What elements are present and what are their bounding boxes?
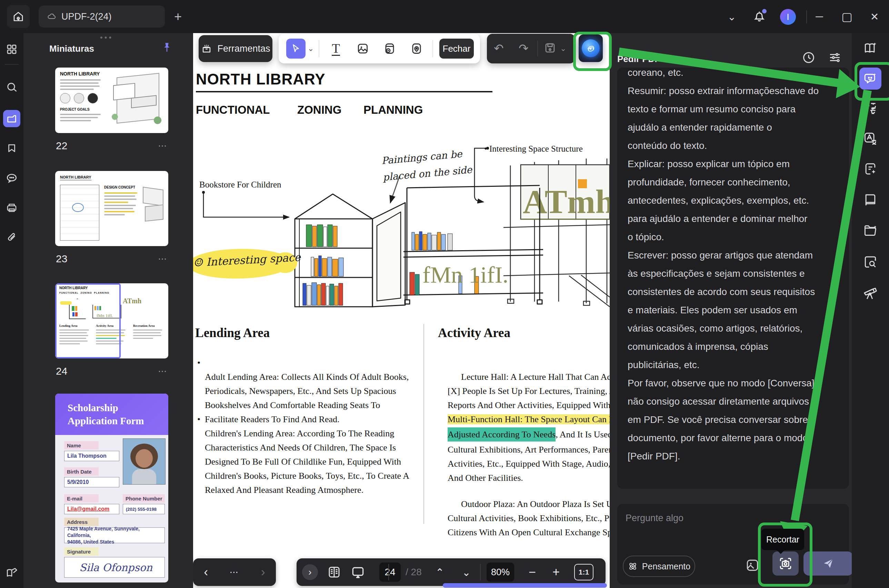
ai-explore-button[interactable]: [862, 285, 878, 301]
thumb23-more-button[interactable]: ⋯: [158, 254, 168, 264]
next-page-button[interactable]: ⌄: [462, 566, 471, 578]
tools-label: Ferramentas: [217, 44, 270, 54]
page-forward-button[interactable]: ›: [261, 565, 265, 579]
bar-divider: [388, 564, 389, 580]
atom-icon: [628, 561, 638, 572]
minimize-button[interactable]: ─: [811, 8, 827, 25]
actual-size-button[interactable]: 1:1: [574, 564, 593, 580]
form-signature-label: Signature: [64, 548, 99, 556]
ai-panel-title: Pedir PDF: [617, 54, 660, 64]
link-tool-button[interactable]: [381, 39, 399, 58]
translate-text-button[interactable]: [862, 100, 878, 116]
sidebar-item-attachments[interactable]: [5, 231, 19, 245]
form-header: Scholarship Application Form: [55, 394, 168, 435]
save-chevron[interactable]: ⌄: [560, 44, 566, 53]
select-tool-button[interactable]: [286, 39, 306, 58]
ai-input-card[interactable]: Pergunte algo Pensamento: [617, 504, 849, 585]
select-tool-chevron[interactable]: ⌄: [308, 44, 314, 53]
ai-chat-button-active[interactable]: [859, 68, 881, 90]
open-book-pen-icon: [5, 566, 18, 579]
undo-button[interactable]: ↶: [494, 41, 504, 55]
translate-page-button[interactable]: [862, 130, 878, 147]
thumb22-subtitle: PROJECT GOALS: [60, 108, 90, 111]
thumb23-subtitle: DESIGN CONCEPT: [104, 185, 135, 189]
crop-tooltip: Recortar: [761, 529, 804, 550]
activity-heading: Activity Area: [438, 326, 511, 340]
sidebar-item-bookmarks[interactable]: [5, 141, 19, 155]
zoom-out-button[interactable]: −: [529, 565, 536, 579]
new-tab-button[interactable]: +: [170, 8, 186, 25]
ai-files-button[interactable]: [862, 223, 878, 239]
expand-bar-button[interactable]: ›: [302, 564, 318, 580]
sidebar-item-apps[interactable]: [5, 42, 19, 56]
pages-icon: [6, 113, 18, 124]
thinking-mode-button[interactable]: Pensamento: [623, 556, 695, 577]
ai-write-button[interactable]: [862, 160, 878, 177]
presentation-button[interactable]: [350, 565, 365, 580]
history-toolbar: ↶ ↷ ⌄: [487, 34, 575, 63]
notification-dot: [762, 9, 767, 14]
thumb23-number: 23: [56, 253, 67, 265]
ai-search-button[interactable]: [862, 254, 878, 270]
bullet-dot: •: [197, 412, 200, 426]
horizontal-scrollbar[interactable]: [443, 583, 607, 588]
maximize-button[interactable]: ▢: [839, 8, 855, 25]
page-number-field[interactable]: 24: [379, 562, 401, 582]
form-signature-value: Sila Ofonpson: [64, 557, 165, 578]
zoom-in-button[interactable]: +: [553, 565, 560, 579]
dictionary-button[interactable]: [862, 192, 878, 208]
sidebar-item-signature[interactable]: [5, 566, 19, 580]
tools-button[interactable]: Ferramentas: [199, 35, 272, 62]
save-button[interactable]: [544, 41, 557, 54]
pin-icon[interactable]: [161, 41, 173, 54]
document-tab[interactable]: UPDF-2(24): [39, 6, 165, 28]
home-button[interactable]: [7, 5, 30, 28]
thumbnail-page-22[interactable]: NORTH LIBRARY PROJECT GOALS: [55, 68, 168, 133]
document-viewport: NORTH LIBRARY FUNCTIONAL ZONING PLANNING: [193, 33, 610, 588]
close-window-button[interactable]: ✕: [866, 8, 883, 25]
thumb22-more-button[interactable]: ⋯: [158, 141, 168, 151]
page-layout-button[interactable]: [327, 565, 341, 579]
thumbnail-page-23[interactable]: NORTH LIBRARY DESIGN CONCEPT: [55, 171, 168, 246]
page-back-button[interactable]: ‹: [204, 565, 208, 579]
location-tool-button[interactable]: [408, 39, 425, 58]
notifications-button[interactable]: [752, 8, 768, 25]
settings-sliders-icon[interactable]: [827, 50, 842, 65]
redo-button[interactable]: ↷: [519, 41, 529, 55]
avatar[interactable]: I: [780, 9, 796, 25]
insert-image-icon[interactable]: [745, 558, 760, 573]
bullet-dot: •: [197, 356, 200, 370]
panel-drag-handle[interactable]: •••: [100, 33, 113, 42]
ai-assistant-button[interactable]: [579, 34, 603, 62]
comment-icon: [5, 172, 18, 185]
thumbnail-form-page[interactable]: Scholarship Application Form Name Lila T…: [55, 394, 168, 582]
history-icon[interactable]: [801, 50, 816, 65]
text-tool-button[interactable]: T: [327, 39, 345, 58]
left-sidebar: [0, 33, 24, 588]
folder-sparkle-icon: [863, 224, 878, 238]
note-structure: • Interesting Space Structure: [484, 144, 583, 154]
printer-icon: [6, 202, 18, 214]
titlebar-chevron-button[interactable]: ⌄: [724, 8, 740, 25]
image-tool-button[interactable]: [354, 39, 372, 58]
thumb24-more-button[interactable]: ⋯: [158, 366, 168, 377]
toolbar-divider: [537, 40, 538, 57]
toolbar-divider: [432, 40, 433, 57]
thumbnail-page-24[interactable]: NORTH LIBRARY Lending AreaFUNCTIONAL ZON…: [55, 284, 168, 358]
previous-page-button[interactable]: ⌃: [435, 566, 444, 578]
ai-read-button[interactable]: [862, 40, 878, 57]
thumb23-building-sketch: [142, 187, 164, 228]
screenshot-crop-button[interactable]: [772, 552, 799, 576]
nav-more-button[interactable]: ⋯: [229, 567, 239, 578]
sidebar-item-print[interactable]: [5, 201, 19, 215]
sidebar-item-search[interactable]: [5, 80, 19, 94]
page-controls-bar: › 24 / 28 ⌃ ⌄ 80% − + 1:1: [297, 558, 605, 586]
zoom-level-field[interactable]: 80%: [487, 562, 514, 582]
thumb22-title: NORTH LIBRARY: [60, 71, 100, 76]
thumb22-number: 22: [56, 140, 67, 152]
sidebar-item-thumbnails[interactable]: [5, 112, 19, 126]
send-button[interactable]: [803, 552, 853, 576]
close-edit-button[interactable]: Fechar: [439, 39, 474, 58]
sidebar-item-comments[interactable]: [5, 171, 19, 185]
book-icon: [863, 192, 878, 207]
